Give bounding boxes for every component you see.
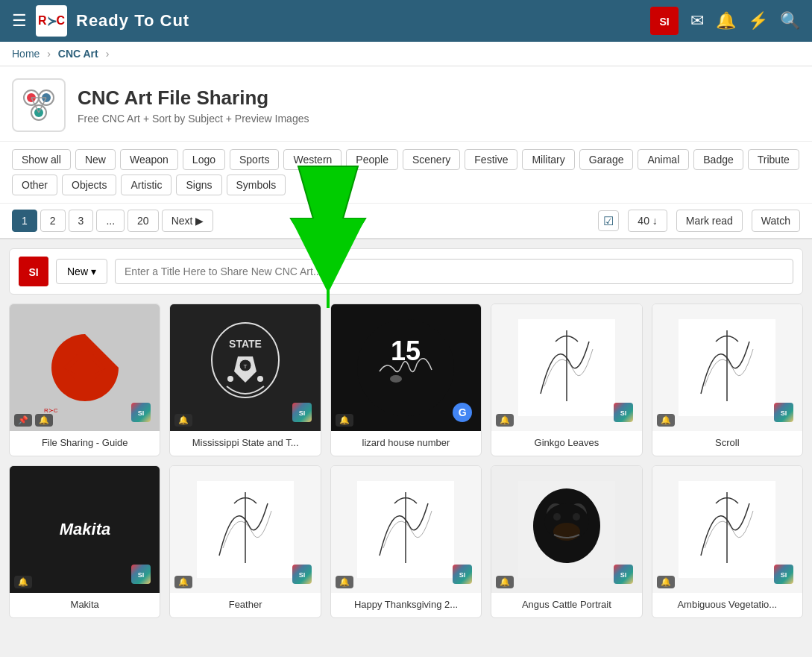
header-right: SI ✉ 🔔 ⚡ 🔍 [650, 7, 800, 35]
art-card-1[interactable]: R≻C 📌 🔔 SI File Sharing - Guide [9, 304, 160, 456]
svg-text:SI: SI [620, 409, 626, 417]
new-post-logo: SI [19, 257, 48, 286]
filter-tag-new[interactable]: New [75, 149, 116, 170]
page-subtitle: Free CNC Art + Sort by Subject + Preview… [78, 113, 309, 125]
art-title: Mississippi State and T... [170, 431, 320, 456]
svg-point-25 [227, 376, 233, 382]
filter-tag-military[interactable]: Military [522, 149, 574, 170]
filter-tag-tribute[interactable]: Tribute [748, 149, 799, 170]
page-btn-2[interactable]: 2 [40, 210, 66, 232]
brand-rtc-icon: SI [292, 565, 312, 584]
lightning-icon[interactable]: ⚡ [748, 11, 768, 31]
thumb-overlay: 🔔 [496, 576, 514, 588]
brand-rtc-icon: SI [453, 565, 472, 584]
filter-tag-other[interactable]: Other [12, 175, 57, 195]
filter-tag-festive[interactable]: Festive [465, 149, 517, 170]
svg-text:STATE: STATE [229, 338, 262, 350]
filter-tag-animal[interactable]: Animal [638, 149, 689, 170]
art-title: lizard house number [331, 431, 481, 456]
filter-tag-logo[interactable]: Logo [183, 149, 225, 170]
art-card-6[interactable]: Makita 🔔 SI Makita [9, 465, 160, 618]
bell-badge: 🔔 [657, 414, 675, 427]
brand-rtc-icon: SI [292, 403, 312, 422]
art-title: Ambiguous Vegetatio... [652, 593, 802, 617]
page-btn-...[interactable]: ... [96, 210, 125, 232]
art-thumb: 🔔 SI [652, 304, 802, 431]
art-card-9[interactable]: 🔔 SI Angus Cattle Portrait [491, 465, 642, 618]
per-page-button[interactable]: 40 ↓ [628, 210, 667, 232]
svg-text:T: T [244, 363, 248, 370]
art-thumb: 15 🔔 G [331, 304, 481, 431]
art-card-10[interactable]: 🔔 SI Ambiguous Vegetatio... [652, 465, 803, 618]
svg-text:SI: SI [299, 571, 306, 579]
new-post-input[interactable] [115, 259, 793, 284]
filter-tags: Show allNewWeaponLogoSportsWesternPeople… [12, 149, 800, 195]
svg-text:SI: SI [138, 571, 145, 579]
filter-tag-signs[interactable]: Signs [176, 175, 221, 195]
logo[interactable]: R≻C [36, 5, 67, 37]
filter-tag-badge[interactable]: Badge [693, 149, 743, 170]
filter-tag-people[interactable]: People [346, 149, 398, 170]
art-title: Scroll [652, 431, 802, 456]
filter-tag-sports[interactable]: Sports [230, 149, 279, 170]
breadcrumb-current: CNC Art [58, 48, 98, 60]
art-card-5[interactable]: 🔔 SI Scroll [652, 304, 803, 456]
art-thumb: 🔔 SI [491, 466, 641, 593]
filter-tag-weapon[interactable]: Weapon [120, 149, 178, 170]
filter-tag-western[interactable]: Western [283, 149, 342, 170]
art-title: Angus Cattle Portrait [491, 593, 641, 617]
bell-badge: 🔔 [496, 576, 514, 588]
bell-icon[interactable]: 🔔 [716, 11, 736, 31]
new-post-button[interactable]: New ▾ [56, 259, 107, 284]
filter-tag-objects[interactable]: Objects [62, 175, 116, 195]
brand-rtc-icon: SI [774, 565, 793, 584]
art-grid: R≻C 📌 🔔 SI File Sharing - Guide STATE T [9, 304, 803, 618]
page-header: CNC Art File Sharing Free CNC Art + Sort… [0, 66, 812, 142]
page-btn-1[interactable]: 1 [12, 210, 37, 232]
art-title: Feather [170, 593, 320, 617]
art-card-4[interactable]: 🔔 SI Ginkgo Leaves [491, 304, 642, 456]
page-btn-3[interactable]: 3 [69, 210, 94, 232]
page-icon [12, 78, 66, 132]
art-title: File Sharing - Guide [10, 431, 160, 456]
next-page-button[interactable]: Next ▶ [162, 210, 214, 232]
thumb-overlay: 🔔 [657, 576, 675, 588]
bell-badge: 🔔 [496, 414, 514, 427]
art-thumb: 🔔 SI [652, 466, 802, 593]
mail-icon[interactable]: ✉ [690, 11, 704, 31]
filter-tag-artistic[interactable]: Artistic [121, 175, 171, 195]
svg-text:SI: SI [299, 409, 306, 417]
search-icon[interactable]: 🔍 [780, 11, 800, 31]
thumb-overlay: 🔔 [14, 576, 32, 588]
art-card-8[interactable]: 🔔 SI Happy Thanksgiving 2... [330, 465, 482, 618]
breadcrumb-home[interactable]: Home [12, 48, 40, 60]
art-thumb: STATE T 🔔 SI [170, 304, 320, 431]
new-post-bar: SI New ▾ [9, 248, 803, 295]
art-card-7[interactable]: 🔔 SI Feather [169, 465, 321, 618]
header-left: ☰ R≻C Ready To Cut [12, 5, 189, 37]
mark-read-button[interactable]: Mark read [676, 210, 743, 232]
art-card-2[interactable]: STATE T 🔔 SI Mississippi State and T... [169, 304, 321, 456]
page-title: CNC Art File Sharing [78, 87, 309, 110]
svg-point-53 [553, 513, 561, 521]
watch-button[interactable]: Watch [752, 210, 800, 232]
svg-text:SI: SI [781, 409, 787, 417]
hamburger-menu[interactable]: ☰ [12, 11, 27, 31]
svg-text:SI: SI [620, 571, 626, 579]
bell-badge: 🔔 [336, 414, 353, 427]
filter-tag-symbols[interactable]: Symbols [227, 175, 286, 195]
page-title-area: CNC Art File Sharing Free CNC Art + Sort… [78, 87, 309, 125]
svg-text:SI: SI [781, 571, 787, 579]
page-btn-20[interactable]: 20 [128, 210, 159, 232]
svg-point-54 [573, 513, 580, 521]
art-thumb: 🔔 SI [331, 466, 481, 593]
filter-tag-scenery[interactable]: Scenery [403, 149, 460, 170]
filter-tag-garage[interactable]: Garage [579, 149, 634, 170]
avatar[interactable]: SI [650, 7, 679, 35]
art-card-3[interactable]: 15 🔔 G lizard house number [330, 304, 482, 456]
check-all-button[interactable]: ☑ [598, 210, 619, 231]
filter-tag-show-all[interactable]: Show all [12, 149, 71, 170]
svg-text:Makita: Makita [59, 520, 110, 538]
svg-text:SI: SI [659, 16, 669, 28]
brand-rtc-icon: SI [614, 565, 633, 584]
